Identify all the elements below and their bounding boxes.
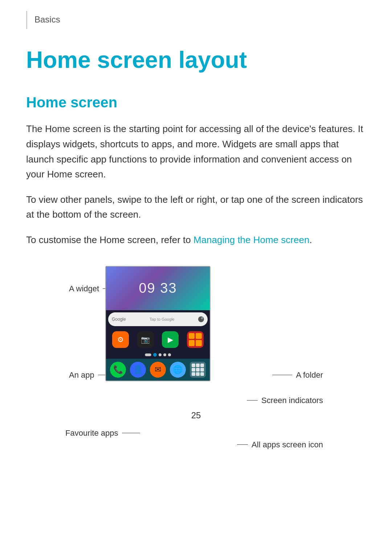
diagram-container: A widget An app Favourite apps 09 33 [26, 266, 366, 381]
search-google-label: Google [112, 317, 126, 322]
paragraph-3-suffix: . [309, 234, 312, 245]
all-apps-dock-icon[interactable] [190, 362, 206, 378]
breadcrumb: Basics [34, 11, 60, 25]
page-number: 25 [26, 410, 366, 420]
phone-screen: 09 33 Google Tap to Google ⚙ 📷 ▶ [105, 266, 211, 381]
diagram-inner: A widget An app Favourite apps 09 33 [69, 266, 323, 381]
browser-dock-icon[interactable]: 🌐 [170, 362, 186, 378]
search-hint: Tap to Google [150, 317, 175, 321]
indicator-dot-active [153, 353, 157, 357]
screen-widget: 09 33 [106, 267, 210, 310]
paragraph-1: The Home screen is the starting point fo… [26, 122, 366, 182]
section-title: Home screen [26, 94, 366, 111]
label-screen-indicators: Screen indicators [247, 396, 323, 405]
paragraph-2: To view other panels, swipe to the left … [26, 192, 366, 222]
microphone-icon [198, 316, 204, 322]
indicator-dot-2 [163, 353, 166, 356]
label-favourite-apps: Favourite apps [65, 428, 140, 438]
paragraph-3: To customise the Home screen, refer to M… [26, 233, 366, 248]
play-app-icon[interactable]: ▶ [162, 331, 179, 348]
indicator-dot-3 [168, 353, 171, 356]
page-title: Home screen layout [26, 47, 366, 73]
camera-app-icon[interactable]: 📷 [137, 331, 154, 348]
folder-icon[interactable] [187, 331, 204, 348]
app-icons-row: ⚙ 📷 ▶ [106, 328, 210, 351]
screen-indicators-row [106, 351, 210, 359]
label-a-folder: A folder [272, 370, 323, 380]
email-dock-icon[interactable]: ✉ [150, 362, 166, 378]
contacts-dock-icon[interactable]: 👤 [130, 362, 146, 378]
managing-home-screen-link[interactable]: Managing the Home screen [193, 234, 309, 245]
label-all-apps-screen-icon: All apps screen icon [237, 440, 323, 450]
indicator-rect [145, 353, 151, 356]
indicator-dot-1 [159, 353, 162, 356]
paragraph-3-text: To customise the Home screen, refer to [26, 234, 193, 245]
search-bar[interactable]: Google Tap to Google [108, 312, 208, 326]
phone-dock-icon[interactable]: 📞 [110, 362, 126, 378]
screen-dock: 📞 👤 ✉ 🌐 [106, 359, 210, 381]
settings-app-icon[interactable]: ⚙ [112, 331, 129, 348]
clock-display: 09 33 [139, 280, 177, 296]
